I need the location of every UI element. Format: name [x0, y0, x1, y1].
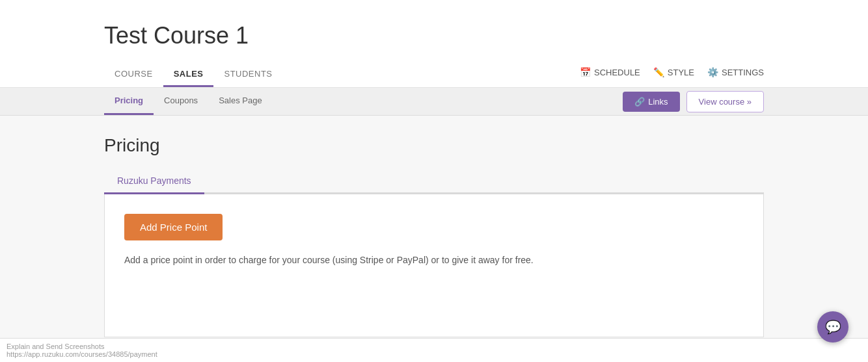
sub-nav-sales-page[interactable]: Sales Page [208, 88, 273, 115]
tab-ruzuku-payments[interactable]: Ruzuku Payments [104, 169, 204, 194]
price-hint-text: Add a price point in order to charge for… [124, 253, 744, 267]
pencil-icon: ✏️ [653, 67, 664, 77]
style-label: STYLE [668, 68, 694, 77]
footer-explain-text: Explain and Send Screenshots [7, 343, 861, 350]
links-label: Links [648, 97, 668, 107]
nav-action-settings[interactable]: ⚙️ SETTINGS [707, 67, 764, 77]
sub-nav-left: Pricing Coupons Sales Page [104, 88, 273, 115]
chat-button[interactable]: 💬 [817, 311, 848, 343]
header-area: Test Course 1 COURSE SALES STUDENTS 📅 SC… [0, 0, 868, 88]
tab-list: Ruzuku Payments [104, 169, 764, 194]
nav-item-course[interactable]: COURSE [104, 62, 163, 87]
footer-url: https://app.ruzuku.com/courses/34885/pay… [7, 350, 861, 358]
sub-nav-right: 🔗 Links View course » [623, 91, 764, 112]
calendar-icon: 📅 [580, 67, 591, 77]
primary-nav-right: 📅 SCHEDULE ✏️ STYLE ⚙️ SETTINGS [580, 67, 764, 83]
view-course-button[interactable]: View course » [686, 91, 764, 112]
nav-action-style[interactable]: ✏️ STYLE [653, 67, 694, 77]
sub-nav: Pricing Coupons Sales Page 🔗 Links View … [0, 88, 868, 116]
chat-icon: 💬 [825, 319, 841, 335]
nav-item-sales[interactable]: SALES [163, 62, 214, 87]
links-button[interactable]: 🔗 Links [623, 92, 679, 112]
settings-label: SETTINGS [722, 68, 764, 77]
page-title: Pricing [104, 135, 764, 156]
add-price-point-button[interactable]: Add Price Point [124, 214, 223, 240]
main-content: Pricing Ruzuku Payments Add Price Point … [0, 116, 868, 357]
footer-bar: Explain and Send Screenshots https://app… [0, 338, 868, 362]
tabs-container: Ruzuku Payments Add Price Point Add a pr… [104, 169, 764, 337]
sub-nav-coupons[interactable]: Coupons [154, 88, 208, 115]
links-icon: 🔗 [634, 97, 645, 107]
primary-nav-left: COURSE SALES STUDENTS [104, 62, 283, 87]
schedule-label: SCHEDULE [594, 68, 640, 77]
gear-icon: ⚙️ [707, 67, 718, 77]
page-wrapper: Test Course 1 COURSE SALES STUDENTS 📅 SC… [0, 0, 868, 362]
nav-action-schedule[interactable]: 📅 SCHEDULE [580, 67, 640, 77]
sub-nav-pricing[interactable]: Pricing [104, 88, 154, 115]
nav-item-students[interactable]: STUDENTS [213, 62, 282, 87]
primary-nav: COURSE SALES STUDENTS 📅 SCHEDULE ✏️ STYL… [104, 62, 764, 87]
course-title: Test Course 1 [104, 16, 764, 49]
tab-content: Add Price Point Add a price point in ord… [104, 194, 764, 337]
